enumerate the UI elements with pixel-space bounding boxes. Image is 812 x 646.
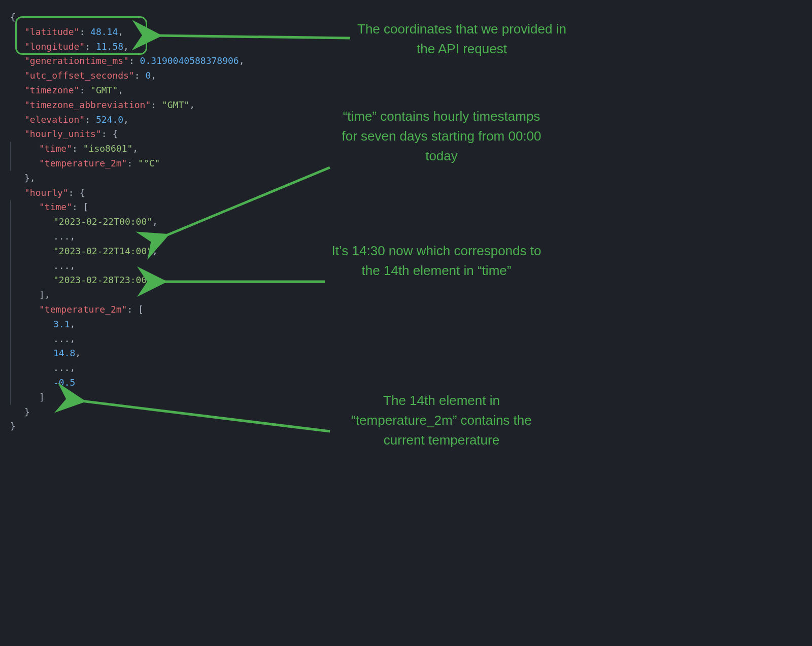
- line-time-0: "2023-02-22T00:00",: [10, 215, 802, 229]
- line-utc: "utc_offset_seconds": 0,: [10, 69, 802, 83]
- line-hu-close: },: [10, 171, 802, 186]
- line-temp-key: "temperature_2m": [: [10, 302, 802, 317]
- line-time-key: "time": [: [10, 200, 802, 215]
- annotation-time: “time” contains hourly timestamps for se…: [335, 107, 548, 166]
- annotation-14th: It’s 14:30 now which corresponds to the …: [330, 241, 543, 281]
- annotation-temp: The 14th element in “temperature_2m” con…: [335, 391, 548, 450]
- line-time-close: ],: [10, 288, 802, 302]
- line-hourly: "hourly": {: [10, 186, 802, 200]
- line-temp-last: -0.5: [10, 376, 802, 390]
- line-temp-14: 14.8,: [10, 346, 802, 361]
- line-tz: "timezone": "GMT",: [10, 83, 802, 98]
- annotation-coords: The coordinates that we provided in the …: [355, 19, 568, 59]
- json-code-block: { "latitude": 48.14, "longitude": 11.58,…: [10, 10, 802, 434]
- line-temp-e2: ...,: [10, 361, 802, 376]
- line-temp-e1: ...,: [10, 332, 802, 347]
- line-temp-0: 3.1,: [10, 317, 802, 332]
